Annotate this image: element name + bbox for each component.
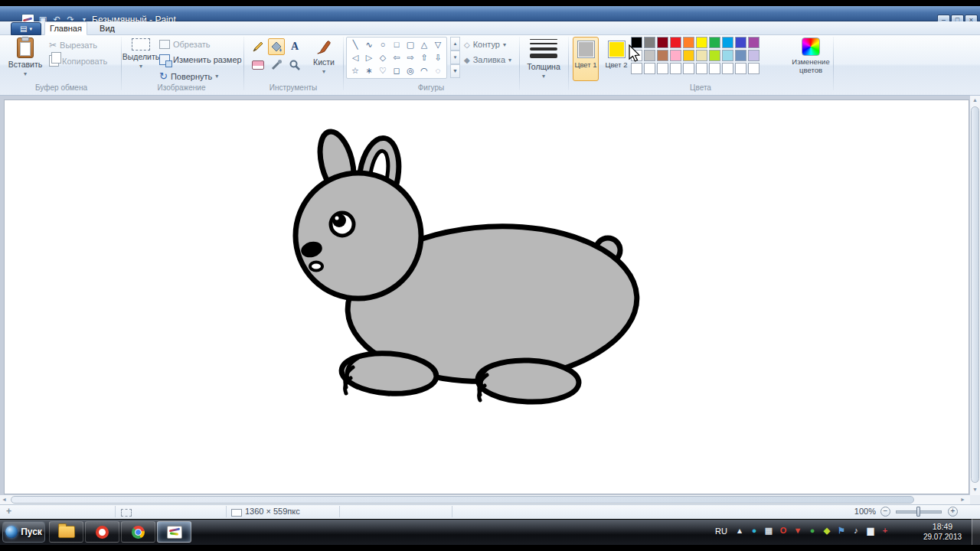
palette-swatch[interactable]	[644, 63, 655, 74]
palette-swatch[interactable]	[709, 37, 720, 48]
shape-arrow-right[interactable]: ⇨	[403, 51, 417, 64]
crop-button[interactable]: Обрезать	[159, 40, 211, 49]
shape-triangle-down[interactable]: ▽	[431, 38, 445, 51]
shape-lightning[interactable]: ◌	[431, 64, 445, 77]
tray-clock[interactable]: 18:49 29.07.2013	[917, 522, 968, 542]
palette-swatch[interactable]	[722, 63, 733, 74]
magnifier-tool[interactable]	[286, 57, 303, 73]
shape-rounded-rectangle[interactable]: ▢	[403, 38, 417, 51]
palette-swatch[interactable]	[657, 63, 668, 74]
taskbar-paint-button[interactable]	[157, 521, 191, 543]
scroll-left-button[interactable]: ◄	[2, 497, 7, 502]
shape-arc[interactable]: ◠	[417, 64, 431, 77]
shape-star-6[interactable]: ∗	[362, 64, 376, 77]
shape-heart[interactable]: ♡	[376, 64, 390, 77]
tray-icon-downloads[interactable]: ▼	[792, 524, 804, 536]
shapes-scroll-down[interactable]: ▾	[450, 51, 460, 64]
color1-button[interactable]: Цвет 1	[573, 37, 599, 81]
shape-outline-button[interactable]: ◇ Контур ▾	[464, 40, 506, 49]
fill-tool[interactable]	[268, 38, 285, 55]
palette-swatch[interactable]	[722, 37, 733, 48]
palette-swatch[interactable]	[644, 37, 655, 48]
shape-fill-button[interactable]: ◆ Заливка ▾	[464, 55, 511, 64]
color-picker-tool[interactable]	[268, 57, 285, 73]
show-desktop-button[interactable]	[972, 519, 980, 545]
edit-colors-button[interactable]: Изменение цветов	[789, 37, 833, 74]
taskbar-opera-button[interactable]	[85, 521, 119, 543]
shape-triangle[interactable]: △	[417, 38, 431, 51]
shape-star-5[interactable]: ☆	[348, 64, 362, 77]
palette-swatch[interactable]	[683, 63, 694, 74]
scroll-down-button[interactable]: ▼	[970, 487, 980, 492]
tray-icon-network[interactable]: ▆	[864, 524, 877, 536]
shape-oval[interactable]: ○	[376, 38, 390, 51]
copy-button[interactable]: Копировать	[49, 55, 107, 67]
scroll-up-button[interactable]: ▲	[970, 97, 980, 103]
palette-swatch[interactable]	[696, 37, 707, 48]
eraser-tool[interactable]	[250, 57, 266, 73]
shapes-more-button[interactable]: ▼	[450, 64, 460, 78]
rotate-button[interactable]: ↻ Повернуть ▾	[159, 70, 218, 82]
shape-triangle-left[interactable]: ◁	[348, 51, 362, 64]
text-tool[interactable]: A	[286, 38, 303, 55]
palette-swatch[interactable]	[735, 63, 746, 74]
tray-icon-qr-app[interactable]: ▦	[763, 524, 775, 536]
app-menu-button[interactable]: ▤▾	[11, 22, 41, 35]
cut-button[interactable]: ✂ Вырезать	[49, 40, 97, 51]
zoom-out-button[interactable]: −	[880, 507, 890, 517]
palette-swatch[interactable]	[735, 50, 746, 61]
palette-swatch[interactable]	[631, 63, 642, 74]
resize-button[interactable]: Изменить размер	[159, 54, 242, 65]
pencil-tool[interactable]	[250, 38, 266, 55]
tray-icon-opera[interactable]: O	[777, 524, 789, 536]
tray-icon-volume[interactable]: ♪	[850, 524, 862, 536]
palette-swatch[interactable]	[748, 63, 760, 74]
zoom-slider-thumb[interactable]	[916, 507, 920, 517]
tray-icon-show-hidden[interactable]: ▴	[733, 524, 746, 536]
tray-icon-action-center[interactable]: +	[879, 524, 891, 536]
shape-arrow-up[interactable]: ⇧	[417, 51, 431, 64]
palette-swatch[interactable]	[735, 37, 746, 48]
shape-curve[interactable]: ∿	[362, 38, 376, 51]
shape-line[interactable]: ╲	[348, 38, 362, 51]
color2-button[interactable]: Цвет 2	[603, 37, 629, 81]
scroll-right-button[interactable]: ►	[960, 497, 965, 502]
shapes-scroll-up[interactable]: ▴	[450, 37, 460, 51]
paste-button[interactable]: Вставить ▾	[8, 37, 43, 77]
shape-callout-rect[interactable]: ◻	[390, 64, 403, 77]
shape-triangle-right[interactable]: ▷	[362, 51, 376, 64]
palette-swatch[interactable]	[748, 37, 760, 48]
language-indicator[interactable]: RU	[715, 527, 727, 536]
brushes-button[interactable]: Кисти ▾	[308, 37, 340, 75]
palette-swatch[interactable]	[696, 50, 707, 61]
shape-diamond[interactable]: ◇	[376, 51, 390, 64]
palette-swatch[interactable]	[683, 37, 694, 48]
palette-swatch[interactable]	[722, 50, 733, 61]
palette-swatch[interactable]	[709, 50, 720, 61]
palette-swatch[interactable]	[748, 50, 760, 61]
vertical-scrollbar[interactable]: ▲ ▼	[970, 96, 980, 495]
horizontal-scroll-thumb[interactable]	[11, 496, 914, 504]
zoom-in-button[interactable]: +	[948, 507, 958, 517]
palette-swatch[interactable]	[670, 63, 681, 74]
shape-callout-oval[interactable]: ◎	[403, 64, 417, 77]
tray-icon-flag[interactable]: ⚑	[835, 524, 848, 536]
palette-swatch[interactable]	[657, 50, 668, 61]
shape-arrow-left[interactable]: ⇦	[390, 51, 403, 64]
tab-home[interactable]: Главная	[44, 21, 87, 35]
vertical-scroll-thumb[interactable]	[971, 106, 979, 483]
tray-icon-messenger[interactable]: ●	[748, 524, 760, 536]
tray-icon-antivirus[interactable]: ◆	[821, 524, 833, 536]
palette-swatch[interactable]	[696, 63, 707, 74]
palette-swatch[interactable]	[709, 63, 720, 74]
palette-swatch[interactable]	[670, 37, 681, 48]
horizontal-scrollbar[interactable]: ◄ ►	[0, 495, 970, 504]
select-button[interactable]: Выделить ▾	[125, 38, 157, 70]
tab-view[interactable]: Вид	[90, 21, 124, 35]
tray-icon-green-app[interactable]: ●	[806, 524, 818, 536]
palette-swatch[interactable]	[670, 50, 681, 61]
palette-swatch[interactable]	[644, 50, 655, 61]
taskbar-explorer-button[interactable]	[49, 521, 83, 543]
taskbar-chrome-button[interactable]	[121, 521, 155, 543]
shape-arrow-down[interactable]: ⇩	[431, 51, 445, 64]
